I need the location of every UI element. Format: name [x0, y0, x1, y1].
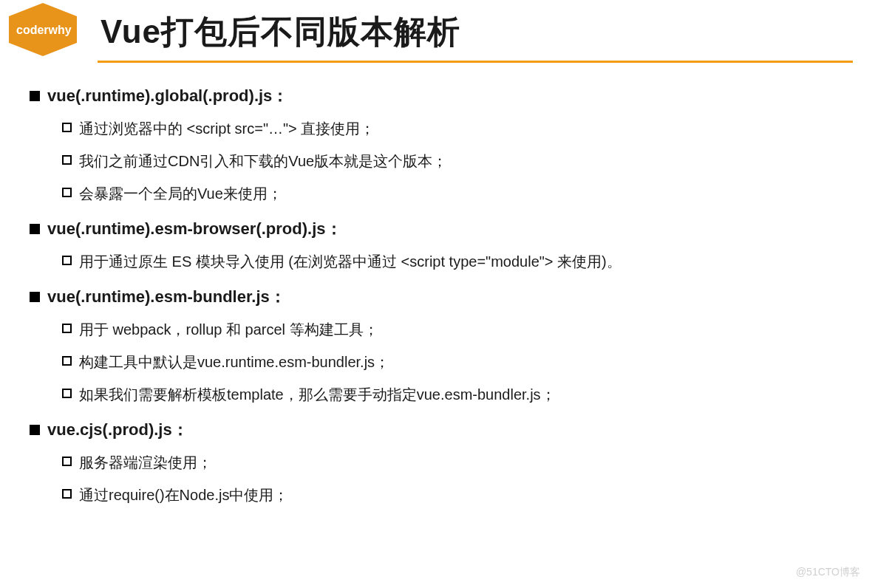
list-item: 通过浏览器中的 <script src="…"> 直接使用；: [62, 117, 845, 140]
list-item: 服务器端渲染使用；: [62, 451, 845, 474]
item-text: 通过require()在Node.js中使用；: [79, 484, 288, 506]
item-text: 服务器端渲染使用；: [79, 451, 212, 474]
list-item: 会暴露一个全局的Vue来使用；: [62, 182, 845, 205]
item-text: 如果我们需要解析模板template，那么需要手动指定vue.esm-bundl…: [79, 383, 556, 406]
item-text: 用于 webpack，rollup 和 parcel 等构建工具；: [79, 318, 378, 341]
heading-text: vue(.runtime).esm-bundler.js：: [47, 286, 286, 308]
hollow-square-icon: [62, 489, 72, 499]
hollow-square-icon: [62, 123, 72, 132]
item-text: 会暴露一个全局的Vue来使用；: [79, 182, 282, 205]
hollow-square-icon: [62, 324, 72, 333]
square-bullet-icon: [30, 224, 40, 234]
section-esm-bundler: vue(.runtime).esm-bundler.js： 用于 webpack…: [30, 286, 845, 406]
section-global: vue(.runtime).global(.prod).js： 通过浏览器中的 …: [30, 85, 845, 205]
sub-list: 用于通过原生 ES 模块导入使用 (在浏览器中通过 <script type="…: [30, 250, 845, 273]
section-heading: vue(.runtime).esm-bundler.js：: [30, 286, 845, 308]
section-heading: vue.cjs(.prod).js：: [30, 419, 845, 441]
sub-list: 通过浏览器中的 <script src="…"> 直接使用； 我们之前通过CDN…: [30, 117, 845, 205]
section-heading: vue(.runtime).esm-browser(.prod).js：: [30, 218, 845, 240]
item-text: 我们之前通过CDN引入和下载的Vue版本就是这个版本；: [79, 150, 447, 172]
author-badge: coderwhy: [6, 3, 80, 56]
sub-list: 用于 webpack，rollup 和 parcel 等构建工具； 构建工具中默…: [30, 318, 845, 406]
hollow-square-icon: [62, 356, 72, 366]
hollow-square-icon: [62, 256, 72, 265]
sub-list: 服务器端渲染使用； 通过require()在Node.js中使用；: [30, 451, 845, 506]
section-heading: vue(.runtime).global(.prod).js：: [30, 85, 845, 107]
square-bullet-icon: [30, 91, 40, 101]
list-item: 如果我们需要解析模板template，那么需要手动指定vue.esm-bundl…: [62, 383, 845, 406]
slide-header: coderwhy Vue打包后不同版本解析: [0, 0, 875, 56]
list-item: 我们之前通过CDN引入和下载的Vue版本就是这个版本；: [62, 150, 845, 172]
slide-title: Vue打包后不同版本解析: [101, 6, 460, 54]
watermark: @51CTO博客: [796, 566, 860, 579]
hollow-square-icon: [62, 389, 72, 398]
heading-text: vue(.runtime).global(.prod).js：: [47, 85, 288, 107]
item-text: 通过浏览器中的 <script src="…"> 直接使用；: [79, 117, 375, 140]
item-text: 构建工具中默认是vue.runtime.esm-bundler.js；: [79, 351, 389, 373]
item-text: 用于通过原生 ES 模块导入使用 (在浏览器中通过 <script type="…: [79, 250, 622, 273]
hollow-square-icon: [62, 155, 72, 165]
hollow-square-icon: [62, 457, 72, 466]
badge-label: coderwhy: [16, 24, 72, 37]
square-bullet-icon: [30, 425, 40, 435]
hollow-square-icon: [62, 188, 72, 197]
heading-text: vue(.runtime).esm-browser(.prod).js：: [47, 218, 342, 240]
slide-content: vue(.runtime).global(.prod).js： 通过浏览器中的 …: [0, 63, 875, 506]
list-item: 用于通过原生 ES 模块导入使用 (在浏览器中通过 <script type="…: [62, 250, 845, 273]
square-bullet-icon: [30, 292, 40, 302]
section-cjs: vue.cjs(.prod).js： 服务器端渲染使用； 通过require()…: [30, 419, 845, 506]
list-item: 通过require()在Node.js中使用；: [62, 484, 845, 506]
list-item: 用于 webpack，rollup 和 parcel 等构建工具；: [62, 318, 845, 341]
list-item: 构建工具中默认是vue.runtime.esm-bundler.js；: [62, 351, 845, 373]
heading-text: vue.cjs(.prod).js：: [47, 419, 188, 441]
section-esm-browser: vue(.runtime).esm-browser(.prod).js： 用于通…: [30, 218, 845, 273]
